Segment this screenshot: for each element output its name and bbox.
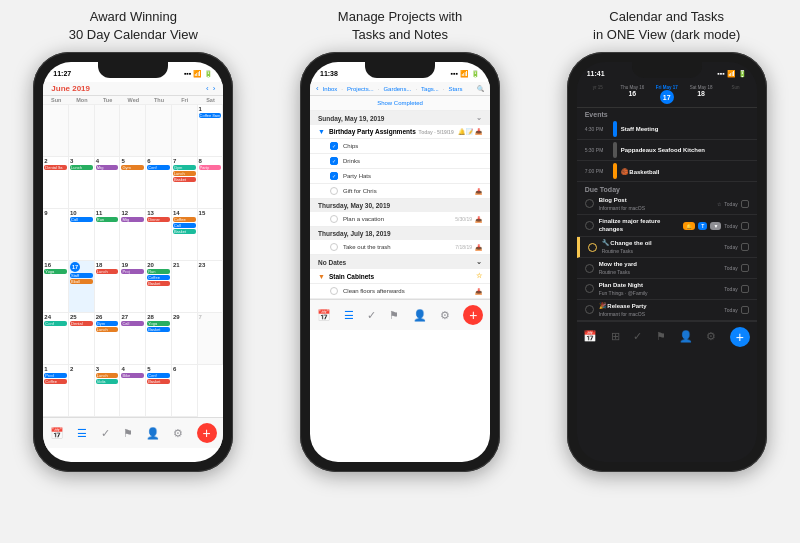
add-event-button[interactable]: + xyxy=(197,423,217,443)
task-check-chips[interactable]: ✓ xyxy=(330,142,338,150)
cal-nav[interactable]: ‹ › xyxy=(206,84,215,93)
dark-task-finalize[interactable]: Finalize major feature changes 🔔 T ▼ Tod… xyxy=(577,215,757,238)
section-chevron-4[interactable]: ⌄ xyxy=(476,258,482,266)
cal-cell[interactable]: 7 Gym Lunch Basket xyxy=(172,157,198,209)
task-floors[interactable]: Clean floors afterwards 📥 xyxy=(310,284,490,299)
cal-cell[interactable]: 11 Run xyxy=(95,209,121,261)
cal-cell[interactable]: 16 Yoga xyxy=(43,261,69,313)
task-trash[interactable]: Take out the trash 7/18/19 📥 xyxy=(310,240,490,255)
task-check-gift[interactable] xyxy=(330,187,338,195)
week-day-fri[interactable]: Fri May 17 17 xyxy=(649,85,683,104)
task-chips[interactable]: ✓ Chips xyxy=(310,139,490,154)
cal-cell[interactable] xyxy=(95,105,121,157)
dark-check-release[interactable] xyxy=(585,305,594,314)
cal-cell[interactable]: 8 Party xyxy=(198,157,224,209)
event-restaurant[interactable]: 5:30 PM Pappadeaux Seafood Kitchen xyxy=(577,140,757,161)
cal-cell[interactable]: 27 Call xyxy=(120,313,146,365)
nav-tags[interactable]: Tags... xyxy=(421,86,439,92)
cal-cell[interactable]: 1 Prod Coffee xyxy=(43,365,69,417)
cal-cell[interactable]: 3 Lunch xyxy=(69,157,95,209)
checkbox-icon-finalize[interactable] xyxy=(741,222,749,230)
toolbar2-flag-icon[interactable]: ⚑ xyxy=(389,309,399,322)
chevron-down-icon[interactable]: ⌄ xyxy=(476,114,482,122)
week-day-1[interactable]: yr 15 xyxy=(581,85,615,104)
cal-cell[interactable] xyxy=(120,105,146,157)
cal-cell[interactable]: 5 Conf Basket xyxy=(146,365,172,417)
cal-cell[interactable]: 18 Lunch xyxy=(95,261,121,313)
dark-toolbar-calendar[interactable]: 📅 xyxy=(583,330,597,343)
dark-check-blog[interactable] xyxy=(585,199,594,208)
cal-cell[interactable]: 21 xyxy=(172,261,198,313)
group-arrow-4[interactable]: ▼ xyxy=(318,273,325,280)
dark-check-oil[interactable] xyxy=(588,243,597,252)
cal-cell[interactable]: 20 Run Coffee Basket xyxy=(146,261,172,313)
toolbar-sliders-icon[interactable]: ⚙ xyxy=(173,427,183,440)
week-day-sun[interactable]: Sun xyxy=(718,85,752,104)
cal-cell[interactable] xyxy=(146,105,172,157)
task-check-trash[interactable] xyxy=(330,243,338,251)
cal-cell[interactable]: 6 Conf xyxy=(146,157,172,209)
cal-cell[interactable]: 1 Coffee 8am xyxy=(198,105,224,157)
cal-cell[interactable]: 15 xyxy=(198,209,224,261)
dark-task-oil[interactable]: 🔧 Change the oil Routine Tasks Today xyxy=(577,237,757,258)
dark-toolbar-flag[interactable]: ⚑ xyxy=(656,330,666,343)
back-button[interactable]: ‹ xyxy=(316,84,319,93)
cal-cell[interactable]: 24 Conf xyxy=(43,313,69,365)
task-check-party-hats[interactable]: ✓ xyxy=(330,172,338,180)
dark-toolbar-sliders[interactable]: ⚙ xyxy=(706,330,716,343)
checkbox-icon-blog[interactable] xyxy=(741,200,749,208)
star-icon-blog[interactable]: ☆ xyxy=(717,201,721,207)
nav-stars[interactable]: Stars xyxy=(448,86,462,92)
toolbar2-sliders-icon[interactable]: ⚙ xyxy=(440,309,450,322)
cal-cell[interactable]: 10 Call xyxy=(69,209,95,261)
toolbar-flag-icon[interactable]: ⚑ xyxy=(123,427,133,440)
cal-cell[interactable]: 23 xyxy=(198,261,224,313)
task-party-hats[interactable]: ✓ Party Hats xyxy=(310,169,490,184)
cal-cell[interactable]: 2 xyxy=(69,365,95,417)
event-basketball[interactable]: 7:00 PM 🏀 Basketball xyxy=(577,161,757,182)
cal-cell[interactable]: 26 Gym Lunch xyxy=(95,313,121,365)
dark-toolbar-check[interactable]: ✓ xyxy=(633,330,642,343)
dark-toolbar-person[interactable]: 👤 xyxy=(679,330,693,343)
cal-cell[interactable]: 29 xyxy=(172,313,198,365)
nav-projects[interactable]: Projects... xyxy=(347,86,374,92)
cal-cell[interactable]: 28 Yoga Basket xyxy=(146,313,172,365)
task-check-floors[interactable] xyxy=(330,287,338,295)
group-arrow-1[interactable]: ▼ xyxy=(318,128,325,135)
cal-cell[interactable]: 4 Bike xyxy=(120,365,146,417)
dark-task-date-night[interactable]: Plan Date Night Fun Things · @Family Tod… xyxy=(577,279,757,300)
toolbar-calendar-icon[interactable]: 📅 xyxy=(50,427,64,440)
cal-next[interactable]: › xyxy=(213,84,216,93)
checkbox-icon-mow[interactable] xyxy=(741,264,749,272)
week-day-sat[interactable]: Sat May 18 18 xyxy=(684,85,718,104)
task-drinks[interactable]: ✓ Drinks xyxy=(310,154,490,169)
dark-toolbar-grid[interactable]: ⊞ xyxy=(611,330,620,343)
toolbar-person-icon[interactable]: 👤 xyxy=(146,427,160,440)
cal-cell[interactable] xyxy=(69,105,95,157)
toolbar2-list-icon[interactable]: ☰ xyxy=(344,309,354,322)
task-check-vacation[interactable] xyxy=(330,215,338,223)
cal-cell[interactable] xyxy=(172,105,198,157)
checkbox-icon-date-night[interactable] xyxy=(741,285,749,293)
dark-check-finalize[interactable] xyxy=(585,221,594,230)
cal-cell[interactable]: 13 Dinner xyxy=(146,209,172,261)
dark-task-mow[interactable]: Mow the yard Routine Tasks Today xyxy=(577,258,757,279)
toolbar-list-icon[interactable]: ☰ xyxy=(77,427,87,440)
nav-inbox[interactable]: Inbox xyxy=(323,86,338,92)
dark-task-release[interactable]: 🎉 Release Party Informant for macOS Toda… xyxy=(577,300,757,321)
checkbox-icon-release[interactable] xyxy=(741,306,749,314)
task-check-drinks[interactable]: ✓ xyxy=(330,157,338,165)
nav-gardens[interactable]: Gardens... xyxy=(383,86,411,92)
cal-cell[interactable]: 12 Mtg xyxy=(120,209,146,261)
dark-check-mow[interactable] xyxy=(585,264,594,273)
event-staff-meeting[interactable]: 4:30 PM Staff Meeting xyxy=(577,119,757,140)
cal-cell[interactable]: 2 Dental 9a xyxy=(43,157,69,209)
cal-cell[interactable]: 19 Proj xyxy=(120,261,146,313)
toolbar2-person-icon[interactable]: 👤 xyxy=(413,309,427,322)
search-icon-tasks[interactable]: 🔍 xyxy=(477,85,484,92)
toolbar2-calendar-icon[interactable]: 📅 xyxy=(317,309,331,322)
checkbox-icon-oil[interactable] xyxy=(741,243,749,251)
cal-prev[interactable]: ‹ xyxy=(206,84,209,93)
week-day-thu[interactable]: Thu May 16 16 xyxy=(615,85,649,104)
cal-cell[interactable]: 14 Coffee Call Basket xyxy=(172,209,198,261)
